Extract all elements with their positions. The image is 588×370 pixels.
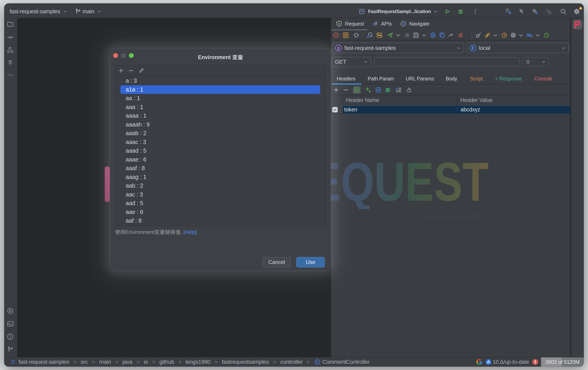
- env-variable-item-selected[interactable]: a1a : 1: [116, 85, 325, 94]
- env-variable-item[interactable]: a : 3: [116, 76, 325, 85]
- copy-button[interactable]: [438, 31, 447, 40]
- add-env-button[interactable]: [364, 86, 372, 94]
- breadcrumb-item[interactable]: src: [81, 359, 88, 365]
- env-variable-item[interactable]: aaag : 1: [116, 173, 325, 181]
- request-tab-pathparam[interactable]: Path Param: [368, 76, 394, 82]
- breadcrumb-item[interactable]: controller: [280, 359, 303, 365]
- column-header-name[interactable]: Header Name: [346, 97, 379, 103]
- import-button[interactable]: [474, 31, 483, 40]
- breadcrumb-item[interactable]: CommentController: [322, 359, 369, 365]
- request-tab-console[interactable]: Console: [534, 76, 552, 82]
- more-actions-button[interactable]: [472, 4, 479, 19]
- env-variable-item[interactable]: aaad : 5: [116, 146, 325, 155]
- remove-header-button[interactable]: [342, 86, 350, 94]
- settings-button[interactable]: [573, 4, 580, 19]
- structure-tool-button[interactable]: [7, 46, 15, 54]
- markdown-export-button[interactable]: M: [525, 31, 534, 40]
- services-tool-button[interactable]: [7, 307, 15, 315]
- env-variable-item[interactable]: aaab : 2: [116, 129, 325, 138]
- request-tab-response[interactable]: > Response: [495, 76, 522, 82]
- record-button[interactable]: [429, 31, 437, 40]
- breadcrumb-item[interactable]: github: [159, 359, 174, 365]
- vcs-status-label[interactable]: 10 Δ/up-to-date: [493, 359, 529, 365]
- env-variable-item[interactable]: aa : 1: [116, 94, 325, 103]
- remove-button[interactable]: [128, 68, 135, 74]
- memory-indicator[interactable]: 2602 of 5120M: [541, 357, 584, 367]
- header-preset-button[interactable]: [374, 86, 382, 94]
- save-button[interactable]: [412, 31, 420, 40]
- method-select[interactable]: GET: [331, 57, 371, 67]
- rocket-cloud-button[interactable]: [545, 4, 552, 19]
- send-options-chevron[interactable]: [394, 31, 402, 40]
- project-select[interactable]: p fast-request-samples: [332, 43, 464, 53]
- cancel-button[interactable]: Cancel: [262, 257, 291, 268]
- more-tools-button[interactable]: [7, 71, 15, 80]
- header-name-cell[interactable]: token: [344, 107, 357, 113]
- environment-select[interactable]: E local: [467, 43, 569, 53]
- redo-button[interactable]: [447, 31, 455, 40]
- header-value-cell[interactable]: abcdxyz: [461, 107, 480, 113]
- connection-button[interactable]: [542, 31, 551, 40]
- env-variable-item[interactable]: aaaf : 8: [116, 164, 325, 173]
- header-row-selected[interactable]: [343, 106, 570, 114]
- env-variable-item[interactable]: aae : 6: [116, 208, 325, 217]
- branch-widget[interactable]: main: [74, 4, 102, 19]
- request-tab-headers[interactable]: Headers: [337, 76, 356, 82]
- project-tool-button[interactable]: [7, 20, 15, 29]
- breadcrumb-item[interactable]: kings1990: [186, 359, 210, 365]
- redirect-select[interactable]: 0: [523, 57, 549, 67]
- error-indicator-icon[interactable]: [532, 357, 539, 367]
- tool-tab-apis[interactable]: APIs: [372, 18, 392, 29]
- breadcrumb-item[interactable]: main: [99, 359, 111, 365]
- env-variable-item[interactable]: aac : 3: [116, 190, 325, 199]
- lock-button[interactable]: [405, 86, 413, 94]
- send-request-button[interactable]: [386, 31, 395, 40]
- breadcrumb-item[interactable]: io: [144, 359, 148, 365]
- url-input[interactable]: [374, 57, 520, 67]
- stop-button[interactable]: [403, 31, 412, 40]
- tool-tab-navigate[interactable]: Navigate: [400, 18, 429, 29]
- request-tab-script[interactable]: Script: [470, 76, 483, 82]
- clean-button[interactable]: [456, 31, 465, 40]
- env-variable-item[interactable]: aaac : 3: [116, 138, 325, 147]
- debug-button[interactable]: [457, 4, 464, 19]
- column-header-value[interactable]: Header Value: [460, 97, 493, 103]
- env-variable-item[interactable]: aaaa : 1: [116, 111, 325, 120]
- settings-options-chevron[interactable]: [516, 31, 525, 40]
- vcs-update-icon[interactable]: [485, 357, 492, 367]
- run-button[interactable]: [444, 4, 451, 19]
- help-link[interactable]: [Help]: [183, 229, 197, 235]
- rocket-debug-button[interactable]: [532, 4, 538, 19]
- tool-tab-request[interactable]: Request: [336, 18, 364, 29]
- env-substitute-button[interactable]: [353, 86, 361, 94]
- breadcrumb-item[interactable]: fast-request-samples: [19, 359, 69, 365]
- config-button[interactable]: [341, 31, 350, 40]
- history-button[interactable]: [500, 31, 509, 40]
- use-button[interactable]: Use: [296, 257, 325, 268]
- unindent-button[interactable]: [395, 86, 402, 94]
- link-options-chevron[interactable]: [491, 31, 500, 40]
- rocket-run-button[interactable]: [518, 4, 525, 19]
- run-configuration-widget[interactable]: FastRequestSampl...lication: [358, 4, 438, 19]
- problems-tool-button[interactable]: [7, 333, 15, 341]
- google-icon[interactable]: [476, 357, 483, 367]
- env-variable-item[interactable]: aab : 2: [116, 181, 325, 190]
- refresh-button[interactable]: [352, 31, 361, 40]
- env-variable-item[interactable]: aaae : 6: [116, 155, 325, 164]
- env-variable-item[interactable]: aad : 5: [116, 199, 325, 208]
- project-widget[interactable]: fast-request-samples: [10, 4, 68, 19]
- edit-button[interactable]: [138, 68, 145, 74]
- env-variable-item[interactable]: aaaah : 9: [116, 120, 325, 129]
- git-tool-button[interactable]: [7, 346, 15, 354]
- link-button[interactable]: [483, 31, 492, 40]
- pull-requests-tool-button[interactable]: [7, 59, 15, 67]
- domain-button[interactable]: [332, 31, 340, 40]
- fast-request-logo-button[interactable]: [573, 20, 582, 29]
- add-button[interactable]: [118, 68, 125, 74]
- export-options-chevron[interactable]: [533, 31, 542, 40]
- env-variable-item[interactable]: aaf : 8: [116, 216, 325, 225]
- breadcrumb-item[interactable]: fastrequestsamples: [222, 359, 269, 365]
- add-header-button[interactable]: [332, 86, 340, 94]
- breadcrumb-item[interactable]: java: [122, 359, 132, 365]
- header-enabled-checkbox[interactable]: [332, 107, 338, 112]
